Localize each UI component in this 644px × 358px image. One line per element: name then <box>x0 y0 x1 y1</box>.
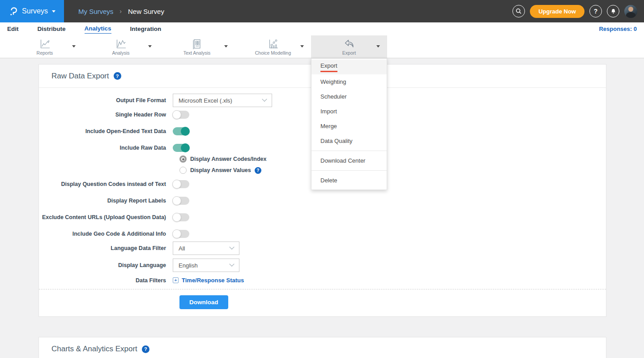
single-header-row-toggle[interactable] <box>173 111 189 119</box>
toggle-knob <box>172 229 181 238</box>
breadcrumb-my-surveys[interactable]: My Surveys <box>78 8 113 15</box>
help-button[interactable] <box>589 5 602 17</box>
notifications-button[interactable] <box>607 5 619 17</box>
toolbar-tab-analysis[interactable]: Analysis <box>83 35 159 58</box>
menu-item-weighting[interactable]: Weighting <box>311 74 387 89</box>
exclude-content-urls-toggle[interactable] <box>173 213 189 221</box>
tab-integration[interactable]: Integration <box>130 25 162 34</box>
menu-item-data-quality[interactable]: Data Quality <box>311 134 387 148</box>
menu-item-export[interactable]: Export <box>311 60 387 74</box>
link-label: Time/Response Status <box>182 277 244 284</box>
help-icon[interactable] <box>114 72 121 80</box>
toolbar-tab-choice-modelling[interactable]: Choice Modelling <box>235 35 311 58</box>
include-raw-data-toggle[interactable] <box>173 144 189 152</box>
chevron-down-icon[interactable] <box>148 45 152 47</box>
display-language-select[interactable]: English <box>173 259 239 272</box>
menu-divider <box>311 170 387 171</box>
toolbar-tab-label: Reports <box>37 50 53 56</box>
toolbar-tab-text-analysis[interactable]: Text Analysis <box>159 35 235 58</box>
toggle-knob <box>172 196 181 205</box>
chevron-down-icon <box>52 10 55 13</box>
chevron-down-icon <box>229 245 234 250</box>
toolbar-tab-reports[interactable]: Reports <box>7 35 83 58</box>
radio-unselected-icon <box>179 167 187 174</box>
upgrade-now-button[interactable]: Upgrade Now <box>530 5 584 18</box>
chevron-down-icon[interactable] <box>376 45 380 47</box>
question-codes-toggle[interactable] <box>173 180 189 188</box>
bell-icon <box>610 8 617 15</box>
field-label: Single Header Row <box>39 112 173 118</box>
download-row: Download <box>39 289 606 316</box>
charts-analytics-export-panel: Charts & Analytics Export <box>38 337 606 358</box>
toggle-knob <box>172 110 181 119</box>
product-name: Surveys <box>22 7 48 15</box>
breadcrumb: My Surveys › New Survey <box>78 8 164 15</box>
chevron-down-icon[interactable] <box>300 45 304 47</box>
field-label: Display Language <box>39 262 173 268</box>
search-button[interactable] <box>512 5 525 17</box>
text-analysis-icon <box>191 38 203 50</box>
radio-option-answer-codes[interactable]: Display Answer Codes/Index <box>179 155 606 163</box>
topbar-actions: Upgrade Now <box>512 5 644 18</box>
panel-title: Charts & Analytics Export <box>51 345 137 354</box>
plus-square-icon <box>173 277 179 283</box>
radio-option-answer-values[interactable]: Display Answer Values <box>179 167 606 174</box>
chevron-down-icon <box>229 262 234 267</box>
toolbar-tab-label: Text Analysis <box>183 50 211 56</box>
field-label: Display Question Codes instead of Text <box>39 181 173 187</box>
menu-item-scheduler[interactable]: Scheduler <box>311 89 387 104</box>
menu-divider <box>311 151 387 151</box>
breadcrumb-current-survey: New Survey <box>128 8 164 15</box>
toggle-knob <box>172 213 181 222</box>
select-value: All <box>179 245 185 252</box>
analysis-chart-icon <box>115 38 127 50</box>
panel-title: Raw Data Export <box>51 72 109 81</box>
field-label: Exclude Content URLs (Upload Question Da… <box>39 214 173 220</box>
field-label: Data Filters <box>39 277 173 284</box>
report-labels-toggle[interactable] <box>173 197 189 205</box>
field-label: Display Report Labels <box>39 198 173 204</box>
select-value: English <box>179 262 198 269</box>
menu-item-download-center[interactable]: Download Center <box>311 153 387 168</box>
menu-item-delete[interactable]: Delete <box>311 173 387 188</box>
output-format-select[interactable]: Microsoft Excel (.xls) <box>173 94 272 107</box>
field-label: Include Raw Data <box>39 145 173 151</box>
panel-header: Charts & Analytics Export <box>39 337 606 358</box>
language-data-filter-select[interactable]: All <box>173 242 239 255</box>
help-icon[interactable] <box>142 345 149 353</box>
toolbar-tab-label: Export <box>342 50 356 56</box>
product-switcher[interactable]: Surveys <box>0 0 64 22</box>
user-avatar[interactable] <box>624 5 637 18</box>
chevron-down-icon <box>262 97 267 102</box>
toggle-knob <box>172 180 181 189</box>
download-button[interactable]: Download <box>179 295 228 309</box>
radio-label: Display Answer Codes/Index <box>190 156 266 162</box>
menu-item-label: Export <box>320 62 337 72</box>
responses-count: Responses: 0 <box>599 26 637 32</box>
include-open-ended-toggle[interactable] <box>173 127 189 135</box>
field-label: Output File Format <box>39 97 173 104</box>
breadcrumb-separator: › <box>119 8 122 15</box>
toolbar-tab-label: Analysis <box>112 50 129 56</box>
radio-selected-icon <box>179 155 187 163</box>
select-value: Microsoft Excel (.xls) <box>179 97 232 104</box>
help-icon[interactable] <box>255 167 261 174</box>
questionpro-logo <box>9 6 18 17</box>
tab-distribute[interactable]: Distribute <box>38 25 66 34</box>
tab-analytics[interactable]: Analytics <box>85 24 111 34</box>
choice-modelling-icon <box>267 38 279 50</box>
field-label: Include Geo Code & Additional Info <box>39 231 173 237</box>
export-dropdown-menu: Export Weighting Scheduler Import Merge … <box>311 58 387 190</box>
search-icon <box>515 8 522 15</box>
menu-item-import[interactable]: Import <box>311 104 387 119</box>
radio-label: Display Answer Values <box>190 167 251 173</box>
survey-nav: Edit Distribute Analytics Integration Re… <box>0 22 644 35</box>
chevron-down-icon[interactable] <box>72 45 76 47</box>
tab-edit[interactable]: Edit <box>7 25 19 34</box>
chevron-down-icon[interactable] <box>224 45 228 47</box>
time-response-status-link[interactable]: Time/Response Status <box>173 277 244 284</box>
menu-item-merge[interactable]: Merge <box>311 119 387 134</box>
field-label: Include Open-Ended Text Data <box>39 128 173 134</box>
geo-code-toggle[interactable] <box>173 230 189 238</box>
toolbar-tab-export[interactable]: Export <box>311 35 387 58</box>
